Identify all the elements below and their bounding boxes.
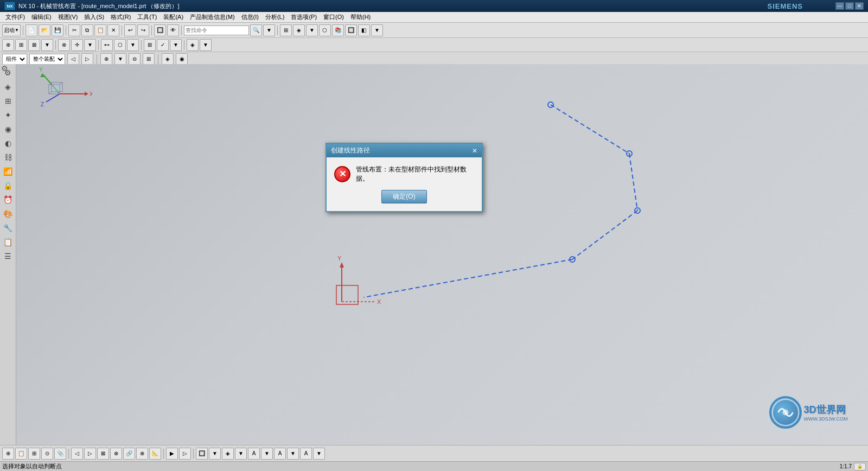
move-dropdown[interactable]: ▼ — [84, 39, 96, 51]
next-button[interactable]: ▷ — [81, 53, 93, 65]
menu-help[interactable]: 帮助(H) — [347, 12, 374, 22]
sidebar-wrench-icon[interactable]: 🔧 — [2, 221, 15, 234]
sidebar-palette-icon[interactable]: 🎨 — [2, 207, 15, 220]
redo-button[interactable]: ↪ — [137, 24, 149, 36]
render-button[interactable]: ◈ — [293, 24, 305, 36]
component-dropdown[interactable]: 组件 — [2, 54, 27, 65]
bt-snap-button[interactable]: ⊕ — [2, 448, 14, 460]
gear-icon[interactable]: ⚙ — [1, 64, 8, 73]
maximize-button[interactable]: □ — [845, 2, 854, 10]
snap-dropdown[interactable]: ▼ — [41, 39, 53, 51]
status-lock-icon[interactable]: 🔒 — [854, 463, 866, 470]
view3-button[interactable]: 🔲 — [345, 24, 357, 36]
bt-btn9[interactable]: ⊗ — [110, 448, 122, 460]
shading-dropdown[interactable]: ▼ — [371, 24, 383, 36]
bt-btn17[interactable]: ◈ — [222, 448, 234, 460]
cut-button[interactable]: ✂ — [68, 24, 80, 36]
bt-btn6[interactable]: ◁ — [71, 448, 83, 460]
bt-btn15[interactable]: 🔲 — [196, 448, 208, 460]
menu-format[interactable]: 格式(R) — [107, 12, 134, 22]
search-dropdown[interactable]: ▼ — [263, 24, 275, 36]
dialog-title-bar[interactable]: 创建线性路径 ✕ — [327, 144, 482, 157]
undo-button[interactable]: ↩ — [124, 24, 136, 36]
body-button[interactable]: ⬡ — [319, 24, 331, 36]
wire-button[interactable]: ◉ — [176, 53, 188, 65]
bt-font2-dropdown[interactable]: ▼ — [287, 448, 299, 460]
snap2-button[interactable]: ⊞ — [15, 39, 27, 51]
bt-font3-dropdown[interactable]: ▼ — [313, 448, 325, 460]
start-button[interactable]: 启动 ▼ — [2, 24, 21, 36]
bt-font2-button[interactable]: A — [274, 448, 286, 460]
feature-button[interactable]: ⬡ — [114, 39, 126, 51]
check-button[interactable]: ✓ — [157, 39, 169, 51]
bt-btn13[interactable]: ▶ — [166, 448, 178, 460]
menu-insert[interactable]: 插入(S) — [81, 12, 107, 22]
render-dropdown[interactable]: ▼ — [306, 24, 318, 36]
view-orient-dropdown[interactable]: ▼ — [200, 39, 212, 51]
bt-btn14[interactable]: ▷ — [179, 448, 191, 460]
dialog-ok-button[interactable]: 确定(O) — [381, 190, 426, 203]
save-button[interactable]: 💾 — [52, 24, 63, 36]
view-button[interactable]: 👁 — [167, 24, 179, 36]
ref-button[interactable]: ⊷ — [101, 39, 113, 51]
bt-btn18[interactable]: ▼ — [235, 448, 247, 460]
bt-btn12[interactable]: 📐 — [149, 448, 161, 460]
bt-btn5[interactable]: 📎 — [54, 448, 66, 460]
sidebar-grid-icon[interactable]: ⊞ — [2, 94, 15, 107]
menu-file[interactable]: 文件(F) — [2, 12, 28, 22]
start-dropdown-arrow[interactable]: ▼ — [15, 28, 19, 33]
copy-button[interactable]: ⧉ — [81, 24, 93, 36]
display-options[interactable]: ⊞ — [280, 24, 292, 36]
delete-button[interactable]: ✕ — [107, 24, 119, 36]
assembly-dropdown[interactable]: 整个装配 — [29, 54, 65, 65]
constraint-button[interactable]: ⊗ — [58, 39, 70, 51]
check-dropdown[interactable]: ▼ — [170, 39, 182, 51]
zoom-dropdown[interactable]: ▼ — [114, 53, 126, 65]
view-orient-button[interactable]: ◈ — [187, 39, 199, 51]
bt-btn2[interactable]: 📋 — [15, 448, 27, 460]
bt-btn10[interactable]: 🔗 — [123, 448, 135, 460]
search-button[interactable]: 🔍 — [250, 24, 262, 36]
bt-font3-button[interactable]: A — [300, 448, 312, 460]
snap3-button[interactable]: ⊠ — [28, 39, 40, 51]
sidebar-wifi-icon[interactable]: 📶 — [2, 165, 15, 178]
zoom-in-button[interactable]: ⊕ — [100, 53, 112, 65]
menu-view[interactable]: 视图(V) — [55, 12, 81, 22]
fit-button[interactable]: ⊞ — [143, 53, 155, 65]
sidebar-feature-icon[interactable]: ✦ — [2, 109, 15, 122]
paste-button[interactable]: 📋 — [94, 24, 106, 36]
bt-font-button[interactable]: A — [248, 448, 260, 460]
prev-button[interactable]: ◁ — [67, 53, 79, 65]
sidebar-list-icon[interactable]: ☰ — [2, 250, 15, 263]
sidebar-lock-icon[interactable]: 🔒 — [2, 179, 15, 192]
sidebar-model-icon[interactable]: ◈ — [2, 80, 15, 93]
close-button[interactable]: ✕ — [855, 2, 864, 10]
bt-btn4[interactable]: ⊙ — [41, 448, 53, 460]
bt-btn3[interactable]: ⊞ — [28, 448, 40, 460]
menu-preferences[interactable]: 首选项(P) — [288, 12, 320, 22]
sidebar-target-icon[interactable]: ◉ — [2, 123, 15, 136]
grid-button[interactable]: ⊞ — [144, 39, 156, 51]
zoom-out-button[interactable]: ⊖ — [129, 53, 141, 65]
sidebar-route-icon[interactable]: ⛓ — [2, 151, 15, 164]
menu-pmi[interactable]: 产品制造信息(M) — [187, 12, 238, 22]
feature-dropdown[interactable]: ▼ — [127, 39, 139, 51]
render2-button[interactable]: ◈ — [162, 53, 174, 65]
search-input[interactable] — [184, 26, 249, 35]
bt-btn7[interactable]: ▷ — [84, 448, 96, 460]
sidebar-table-icon[interactable]: 📋 — [2, 236, 15, 249]
select-filter-button[interactable]: 🔲 — [154, 24, 166, 36]
menu-edit[interactable]: 编辑(E) — [28, 12, 55, 22]
viewport[interactable]: X Y X Y Z 创建线性路径 ✕ ✕ 管线布置：未在型材部件中找到型材数据。 — [16, 64, 868, 445]
bt-btn8[interactable]: ⊠ — [97, 448, 109, 460]
menu-assembly[interactable]: 装配(A) — [160, 12, 187, 22]
menu-window[interactable]: 窗口(O) — [320, 12, 347, 22]
open-button[interactable]: 📂 — [39, 24, 50, 36]
snap-button[interactable]: ⊕ — [2, 39, 14, 51]
move-button[interactable]: ✛ — [71, 39, 83, 51]
menu-analysis[interactable]: 分析(L) — [262, 12, 288, 22]
sidebar-clock-icon[interactable]: ⏰ — [2, 193, 15, 206]
shading-button[interactable]: ◧ — [358, 24, 370, 36]
dialog-close-icon[interactable]: ✕ — [472, 147, 477, 155]
new-button[interactable]: 📄 — [25, 24, 37, 36]
